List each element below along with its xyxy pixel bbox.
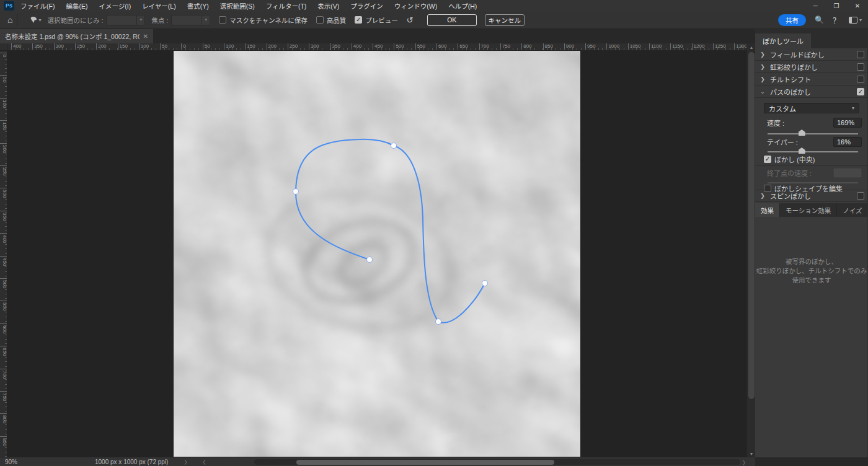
- menu-item-0[interactable]: ファイル(F): [20, 1, 55, 11]
- section-spin-blur[interactable]: ❯ スピンぼかし: [755, 190, 868, 202]
- hruler-label: 350: [32, 43, 42, 51]
- option-checkbox-row-1[interactable]: 高品質: [316, 15, 347, 25]
- focus-input[interactable]: [171, 15, 202, 25]
- horizontal-scroll-thumb[interactable]: [296, 460, 554, 465]
- centered-blur-checkbox-row[interactable]: ぼかし (中央): [764, 154, 815, 164]
- menu-item-9[interactable]: ウィンドウ(W): [394, 1, 437, 11]
- speed-slider-thumb[interactable]: [799, 130, 805, 136]
- vruler-label: 800: [0, 413, 7, 423]
- close-tab-icon[interactable]: ✕: [140, 33, 148, 40]
- section-1[interactable]: ❯虹彩絞りぼかし: [755, 61, 868, 73]
- option-checkbox-row-2[interactable]: プレビュー: [355, 15, 398, 25]
- share-button[interactable]: 共有: [778, 14, 806, 26]
- menu-item-6[interactable]: フィルター(T): [266, 1, 307, 11]
- hruler-label: 600: [436, 43, 446, 51]
- blur-path-point-4[interactable]: [482, 281, 488, 286]
- maximize-icon[interactable]: ❐: [826, 0, 847, 11]
- path-blur-overlay[interactable]: [174, 51, 580, 457]
- workspace-switcher[interactable]: ▾: [849, 17, 862, 24]
- menu-item-5[interactable]: 選択範囲(S): [220, 1, 255, 11]
- section-label: フィールドぼかし: [770, 50, 825, 59]
- vruler-label: 100: [0, 98, 7, 108]
- cancel-button[interactable]: キャンセル: [485, 14, 525, 26]
- feather-input[interactable]: [106, 15, 137, 25]
- document-tab[interactable]: 名称未設定 1.psd @ 90% (コンポ 1_00022, RGB/8#/C…: [0, 29, 153, 43]
- vertical-scrollbar[interactable]: ▲ ▼: [746, 43, 755, 457]
- hruler-label: 1100: [649, 43, 662, 51]
- taper-slider-thumb[interactable]: [799, 147, 805, 154]
- menu-item-8[interactable]: プラグイン: [350, 1, 383, 11]
- hruler-label: 950: [585, 43, 595, 51]
- ok-button[interactable]: OK: [427, 14, 477, 26]
- hruler-label: 250: [75, 43, 85, 51]
- divider: [17, 14, 17, 26]
- checkbox-icon[interactable]: [316, 16, 324, 24]
- menu-item-1[interactable]: 編集(E): [66, 1, 87, 11]
- section-checkbox[interactable]: [857, 76, 864, 83]
- taper-value-field[interactable]: 16%: [833, 137, 862, 147]
- scroll-up-icon[interactable]: ▲: [747, 43, 756, 51]
- minimize-icon[interactable]: ─: [805, 0, 826, 11]
- tab-blur-tools[interactable]: ぼかしツール: [755, 33, 811, 48]
- tab-0[interactable]: 効果: [755, 203, 780, 217]
- hruler-label: 850: [543, 43, 553, 51]
- scroll-down-icon[interactable]: ▼: [747, 450, 756, 457]
- blur-path-point-2[interactable]: [391, 143, 397, 149]
- help-icon[interactable]: ？: [833, 15, 840, 25]
- hruler-label: 900: [564, 43, 574, 51]
- feather-chevron-icon[interactable]: ▾: [137, 15, 145, 25]
- section-3[interactable]: ⌄パスのぼかし: [755, 86, 868, 98]
- checkbox-icon[interactable]: [355, 16, 362, 24]
- vruler-label: 700: [0, 369, 7, 379]
- hruler-label: 250: [288, 43, 298, 51]
- option-checkbox-row-0[interactable]: マスクをチャンネルに保存: [219, 15, 308, 25]
- feather-label: 選択範囲のにじみ :: [47, 15, 103, 25]
- blur-path-point-0[interactable]: [367, 257, 373, 263]
- section-checkbox[interactable]: [857, 88, 864, 95]
- section-2[interactable]: ❯チルトシフト: [755, 73, 868, 86]
- menu-item-4[interactable]: 書式(Y): [187, 1, 209, 11]
- blur-tools-panel: ぼかしツール ❯フィールドぼかし❯虹彩絞りぼかし❯チルトシフト⌄パスのぼかし カ…: [755, 29, 868, 457]
- checkbox-label: プレビュー: [365, 15, 398, 25]
- document-title: 名称未設定 1.psd @ 90% (コンポ 1_00022, RGB/8#/C…: [5, 32, 140, 41]
- reset-icon[interactable]: ↺: [407, 15, 414, 25]
- scroll-left-icon[interactable]: 〈: [200, 458, 205, 466]
- speed-slider[interactable]: [768, 129, 858, 136]
- focus-label: 焦点 :: [151, 15, 168, 25]
- focus-chevron-icon[interactable]: ▾: [202, 15, 210, 25]
- horizontal-scrollbar[interactable]: [254, 459, 740, 465]
- vertical-scroll-thumb[interactable]: [748, 52, 755, 399]
- tab-2[interactable]: ノイズ: [837, 203, 868, 217]
- document-canvas[interactable]: [174, 51, 580, 457]
- zoom-level-field[interactable]: 90%: [5, 459, 42, 465]
- hruler-label: 700: [479, 43, 489, 51]
- speed-value-field[interactable]: 169%: [833, 118, 862, 128]
- centered-blur-checkbox[interactable]: [764, 156, 771, 163]
- pin-icon: [30, 17, 37, 23]
- end-point-speed-label: 終了点の速度 :: [767, 168, 812, 178]
- menu-item-7[interactable]: 表示(V): [317, 1, 339, 11]
- section-0[interactable]: ❯フィールドぼかし: [755, 48, 868, 61]
- menu-item-3[interactable]: レイヤー(L): [142, 1, 176, 11]
- blur-path-point-1[interactable]: [293, 189, 299, 195]
- spin-blur-checkbox[interactable]: [857, 192, 864, 200]
- checkbox-icon[interactable]: [219, 16, 226, 24]
- hruler-label: 300: [54, 43, 64, 51]
- hruler-label: 50: [203, 43, 210, 51]
- taper-slider[interactable]: [768, 147, 858, 154]
- blur-path-point-3[interactable]: [436, 319, 441, 325]
- blur-tool-icon[interactable]: ▾: [30, 17, 41, 23]
- scroll-right-icon[interactable]: 〉: [743, 459, 748, 466]
- menu-item-10[interactable]: ヘルプ(H): [448, 1, 477, 11]
- home-icon[interactable]: ⌂: [7, 15, 12, 25]
- blur-preset-select[interactable]: カスタム ▾: [764, 103, 859, 113]
- close-icon[interactable]: ✕: [847, 0, 868, 11]
- vruler-label: 350: [0, 211, 7, 221]
- search-icon[interactable]: 🔍: [815, 15, 824, 24]
- tab-1[interactable]: モーション効果: [780, 203, 837, 217]
- menu-item-2[interactable]: イメージ(I): [99, 1, 131, 11]
- vruler-label: 550: [0, 301, 7, 310]
- section-checkbox[interactable]: [857, 51, 864, 58]
- status-menu-icon[interactable]: 〉: [184, 458, 190, 466]
- section-checkbox[interactable]: [857, 63, 864, 71]
